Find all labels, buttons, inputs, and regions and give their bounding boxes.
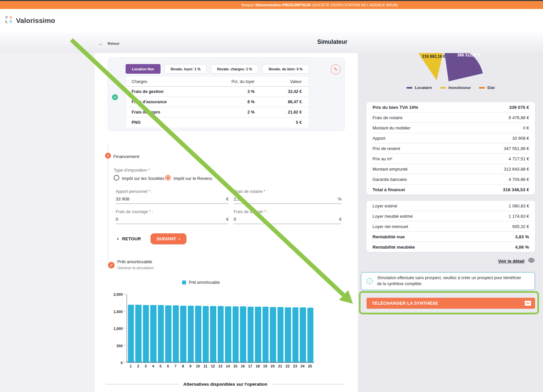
y-tick-mark [124,345,125,346]
frais-notaire-field[interactable]: 2,5 % [234,196,342,203]
x-tick-label: 16 [240,364,246,368]
bar-year-8 [180,306,186,363]
voir-detail-link[interactable]: Voir le détail [367,258,535,264]
sub-header [0,33,543,53]
bar-year-6 [165,305,171,362]
radio-impot-revenu[interactable] [165,175,171,181]
charges-cell: 8 % [204,97,255,107]
apport-personnel-value[interactable]: 33 908 [116,196,129,201]
step-complete-icon: ✓ [112,94,118,100]
apport-personnel-field[interactable]: 33 908 € [116,196,229,203]
greeting-bar: Bonjour Démonstration PRESCRIPTEUR (SOCI… [0,1,543,9]
stepper-line [108,143,108,264]
y-tick-mark [124,362,125,362]
tab-2[interactable]: Revalo. charges: 1 % [211,64,258,74]
x-tick-label: 20 [270,364,275,368]
x-tick-label: 4 [150,364,156,368]
logo-letter: V [4,15,9,20]
edit-button[interactable]: ✎ [331,64,341,74]
x-tick-label: 21 [277,364,283,368]
charges-cell: 86,47 € [255,97,308,107]
frais-dossier-field[interactable]: 0 € [234,217,342,223]
bar-year-19 [263,307,269,362]
tab-3[interactable]: Revalo. du bien: 0 % [262,64,309,74]
frais-courtage-field[interactable]: 0 € [116,217,229,223]
brand-bar [0,9,543,33]
check-icon: ✓ [110,263,113,268]
retour-label: RETOUR [122,236,141,241]
y-tick-mark [124,328,125,328]
summary-row: Rentabilité nue3,83 % [373,231,529,242]
x-tick-label: 17 [247,364,253,368]
summary-row: Garantie bancaire4 704,66 € [373,174,529,184]
page-title: Simulateur [299,39,366,45]
summary-value: 8 476,88 € [509,115,529,120]
y-tick-label: 2,000 [113,292,123,296]
pie-legend-item: Investisseur [440,86,471,90]
info-text: Simulation effectuée sans prospect, veui… [377,275,523,287]
radio-label-societes[interactable]: Impôt sur les Sociétés [122,176,164,181]
back-button[interactable]: ← Retour [98,40,119,46]
radio-impot-societes[interactable] [114,175,119,181]
brand-name: Valorissimo [16,17,55,25]
summary-value: 3,83 % [515,234,529,239]
frais-notaire-value[interactable]: 2,5 [234,196,240,201]
bar-year-4 [150,305,156,362]
bar-year-10 [195,306,201,362]
divider-line [106,384,179,384]
pret-title: Prêt amortissable [117,259,152,264]
charges-cell: Frais d'assurance [126,97,204,107]
legend-label: Etat [488,86,495,90]
pie-legend: LocataireInvestisseurEtat [358,86,543,90]
y-axis-labels: 05001,0001,5002,000 [112,294,125,362]
alternatives-title: Alternatives disponibles sur l'opération [183,382,268,387]
charges-row: Frais d'assurance8 %86,47 € [126,97,308,107]
summary-row: Prix au m²4 717,51 € [373,153,529,164]
x-tick-label: 24 [299,364,305,368]
user-name: Démonstration PRESCRIPTEUR [256,3,311,7]
logo-letter: O [9,20,13,24]
column-header: Valeur [255,77,308,87]
summary-label: Prix au m² [373,156,392,161]
bar-year-25 [307,308,313,362]
frais-courtage-value[interactable]: 0 [116,217,118,222]
logo-letter: A [9,15,13,20]
charges-cell: Frais de copro [126,107,204,118]
input-underline [234,224,342,224]
summary-row: Apport33 908 € [373,133,529,143]
summary-row: Total à financer318 348,53 € [373,184,529,195]
charges-cell: 5 € [255,118,308,128]
frais-dossier-value[interactable]: 0 [234,217,236,222]
bar-year-21 [277,307,283,362]
x-tick-label: 22 [284,364,290,368]
summary-row: Montant du mobilier0 € [373,122,529,133]
bar-year-20 [270,307,276,362]
x-tick-label: 14 [225,364,231,368]
frais-courtage-label: Frais de courtage * : [116,209,153,214]
logo-letter: L [4,20,9,24]
download-synthese-button[interactable]: TÉLÉCHARGER LA SYNTHÈSE PDF [367,298,535,309]
charges-row: PNO5 € [126,118,308,128]
tab-1[interactable]: Revalo. loyer: 1 % [164,64,207,74]
y-tick-label: 1,000 [113,327,123,331]
valorissimo-logo[interactable]: V A L O [4,15,14,24]
summary-value: 339 075 € [509,105,529,110]
x-axis-labels: 1234567891011121314151617181920212223242… [127,364,314,368]
bar-year-18 [255,307,261,362]
summary-value: 347 551,88 € [504,146,529,151]
retour-button[interactable]: ‹ RETOUR [117,236,141,242]
x-tick-label: 5 [158,364,163,368]
suivant-button[interactable]: SUIVANT › [151,233,186,244]
euro-suffix: € [226,196,229,201]
radio-label-revenu[interactable]: Impôt sur le Revenu [173,176,212,181]
pdf-icon: PDF [525,301,531,306]
chevron-left-icon: ‹ [117,236,119,242]
summary-value: 0 € [523,125,529,130]
loan-bar-chart [127,294,314,363]
charges-cell: 2 % [204,107,255,118]
x-tick-label: 8 [180,364,186,368]
tab-0[interactable]: Location Nue [126,64,161,74]
apport-personnel-label: Apport personnel * : [116,189,153,194]
eye-icon [528,258,535,264]
bar-year-3 [143,305,149,362]
